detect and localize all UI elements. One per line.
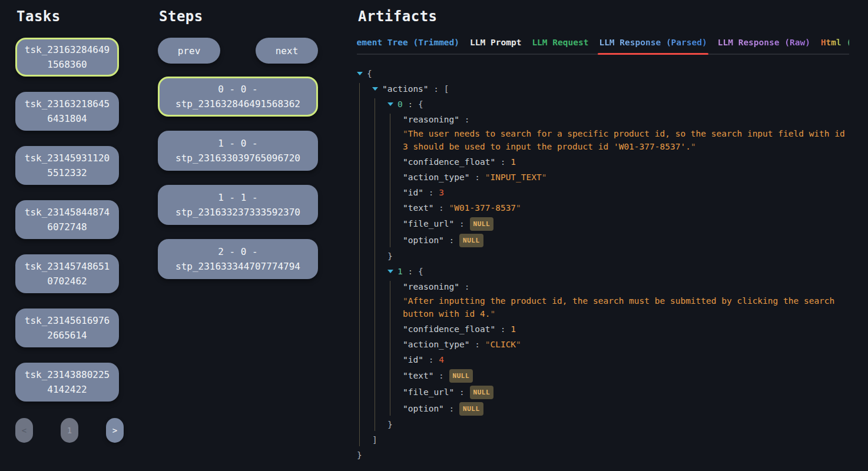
- tasks-title: Tasks: [16, 8, 119, 25]
- step-list: 0 - 0 - stp_2316328464915683621 - 0 - st…: [158, 77, 318, 279]
- json-row: "reasoning" :: [403, 114, 846, 126]
- json-row: "confidence_float" : 1: [403, 156, 846, 168]
- task-button[interactable]: tsk_231456169762665614: [15, 309, 119, 347]
- artifact-tabbar: Element Tree (Trimmed)LLM PromptLLM Requ…: [357, 38, 849, 55]
- json-row: "action_type" : "INPUT_TEXT": [403, 171, 846, 184]
- json-row: 1 : {: [387, 266, 846, 278]
- expander-triangle-icon[interactable]: [387, 102, 393, 106]
- artifacts-title: Artifacts: [358, 8, 849, 25]
- json-row: {: [357, 68, 846, 80]
- json-row: "file_url" : NULL: [403, 217, 846, 231]
- null-badge: NULL: [459, 402, 483, 416]
- pagination-next-button[interactable]: >: [106, 418, 124, 443]
- null-badge: NULL: [470, 217, 494, 231]
- json-row: "text" : NULL: [403, 369, 846, 383]
- next-step-button[interactable]: next: [256, 38, 318, 64]
- tasks-pagination: < 1 >: [15, 418, 124, 443]
- json-children: 0 : {"reasoning" :"The user needs to sea…: [375, 98, 846, 431]
- artifact-tabbar-wrap: Element Tree (Trimmed)LLM PromptLLM Requ…: [357, 38, 849, 55]
- expander-triangle-icon[interactable]: [372, 87, 378, 91]
- artifact-tab[interactable]: Html (Raw): [821, 38, 849, 47]
- json-row: "id" : 4: [403, 354, 846, 366]
- task-button[interactable]: tsk_231438802254142422: [15, 363, 119, 402]
- artifacts-panel: Artifacts Element Tree (Trimmed)LLM Prom…: [357, 7, 849, 465]
- null-badge: NULL: [470, 386, 494, 399]
- json-children: "reasoning" :"The user needs to search f…: [390, 114, 846, 247]
- steps-title: Steps: [159, 8, 318, 25]
- tasks-panel: Tasks tsk_231632846491568360tsk_23163218…: [15, 7, 119, 443]
- json-row: }: [387, 250, 846, 263]
- json-children: "reasoning" :"After inputting the produc…: [390, 281, 846, 416]
- json-row: "id" : 3: [403, 187, 846, 199]
- app-root: Tasks tsk_231632846491568360tsk_23163218…: [0, 0, 868, 465]
- step-button[interactable]: 0 - 0 - stp_231632846491568362: [158, 77, 318, 117]
- json-viewer: {"actions" : [0 : {"reasoning" :"The use…: [357, 68, 849, 462]
- task-button[interactable]: tsk_231458448746072748: [15, 200, 119, 239]
- json-row: "confidence_float" : 1: [403, 323, 846, 336]
- json-row: ]: [372, 434, 846, 446]
- artifact-tab[interactable]: LLM Prompt: [470, 38, 521, 47]
- json-row: }: [387, 419, 846, 431]
- json-row: "option" : NULL: [403, 402, 846, 416]
- json-row: "text" : "W01-377-8537": [403, 202, 846, 214]
- expander-triangle-icon[interactable]: [387, 270, 393, 273]
- steps-panel: Steps prev next 0 - 0 - stp_231632846491…: [158, 7, 318, 293]
- json-row: "action_type" : "CLICK": [403, 339, 846, 351]
- artifact-tab[interactable]: Element Tree (Trimmed): [357, 38, 459, 47]
- steps-nav: prev next: [158, 38, 318, 64]
- json-row: "The user needs to search for a specific…: [403, 127, 846, 153]
- null-badge: NULL: [449, 369, 473, 383]
- artifact-tab[interactable]: LLM Response (Parsed): [599, 38, 707, 47]
- pagination-prev-button[interactable]: <: [15, 418, 33, 443]
- artifact-tab[interactable]: LLM Request: [532, 38, 588, 47]
- json-row: "After inputting the product id, the sea…: [403, 294, 846, 320]
- expander-triangle-icon[interactable]: [357, 72, 363, 75]
- null-badge: NULL: [459, 234, 483, 247]
- step-button[interactable]: 1 - 0 - stp_231633039765096720: [158, 131, 318, 171]
- step-button[interactable]: 2 - 0 - stp_231633344707774794: [158, 239, 318, 279]
- task-button[interactable]: tsk_231457486510702462: [15, 254, 119, 293]
- task-list: tsk_231632846491568360tsk_23163218645643…: [15, 38, 119, 402]
- json-row: 0 : {: [387, 98, 846, 111]
- json-children: "actions" : [0 : {"reasoning" :"The user…: [359, 83, 846, 446]
- json-row: "actions" : [: [372, 83, 846, 95]
- json-row: "reasoning" :: [403, 281, 846, 293]
- json-row: "file_url" : NULL: [403, 386, 846, 399]
- task-button[interactable]: tsk_231459311205512332: [15, 146, 119, 185]
- task-button[interactable]: tsk_231632186456431804: [15, 92, 119, 131]
- step-button[interactable]: 1 - 1 - stp_231633237333592370: [158, 185, 318, 225]
- pagination-page-button[interactable]: 1: [61, 418, 78, 443]
- artifact-tab[interactable]: LLM Response (Raw): [718, 38, 810, 47]
- json-row: "option" : NULL: [403, 234, 846, 247]
- prev-step-button[interactable]: prev: [158, 38, 220, 64]
- task-button[interactable]: tsk_231632846491568360: [15, 38, 119, 77]
- json-row: }: [357, 449, 846, 462]
